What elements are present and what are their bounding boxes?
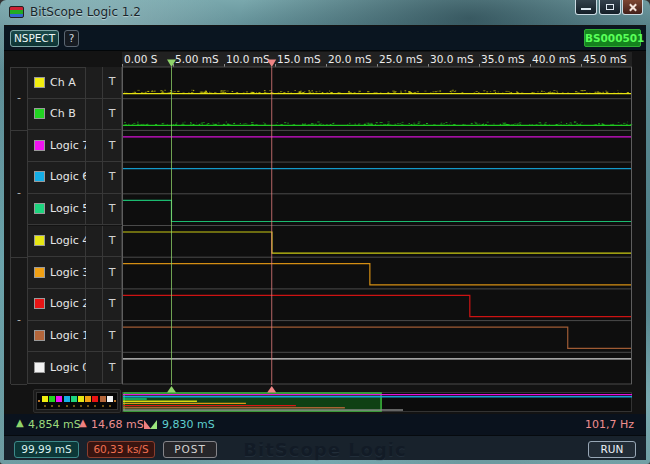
channel-spacer-cell [86, 352, 103, 384]
channel-trigger-cell[interactable]: T [103, 321, 122, 353]
channel-label: Ch A [50, 76, 76, 89]
channel-color-swatch[interactable] [34, 171, 45, 182]
channel-row-logic-0[interactable]: Logic 0 [28, 352, 86, 384]
post-trigger-button[interactable]: POST [163, 441, 217, 458]
cursor-a-readout: 4,854 mS [28, 418, 81, 431]
trigger-label: T [103, 139, 121, 152]
channel-spacer-cell [86, 67, 103, 99]
channel-row-logic-4[interactable]: Logic 4 [28, 226, 86, 258]
channel-trigger-cell[interactable]: T [103, 130, 122, 162]
channel-label: Logic 1 [50, 329, 89, 342]
channel-trigger-cell[interactable]: T [103, 226, 122, 258]
trigger-label: T [103, 297, 121, 310]
trigger-label: T [103, 361, 121, 374]
channel-trigger-cell[interactable]: T [103, 289, 122, 321]
channel-label: Ch B [50, 107, 76, 120]
channel-trigger-cell[interactable]: T [103, 352, 122, 384]
cursor-delta-marker-icon [144, 420, 158, 429]
channel-color-swatch[interactable] [34, 235, 45, 246]
channel-color-swatch[interactable] [34, 203, 45, 214]
channel-label: Logic 4 [50, 234, 89, 247]
bitscope-logic-window: BitScope Logic 1.2 NSPECT ? BS000501 0.0… [0, 0, 650, 464]
channel-label: Logic 3 [50, 266, 89, 279]
channel-row-logic-5[interactable]: Logic 5 [28, 194, 86, 226]
channel-label: Logic 6 [50, 170, 89, 183]
trigger-label: T [103, 202, 121, 215]
channel-row-logic-2[interactable]: Logic 2 [28, 289, 86, 321]
sample-rate-button[interactable]: 60,33 ks/S [87, 441, 155, 458]
channel-label: Logic 0 [50, 361, 89, 374]
channel-row-logic-1[interactable]: Logic 1 [28, 321, 86, 353]
trigger-label: T [103, 266, 121, 279]
trigger-label: T [103, 170, 121, 183]
channel-row-logic-7[interactable]: Logic 7 [28, 130, 86, 162]
channel-spacer-cell [86, 257, 103, 289]
channel-trigger-cell[interactable]: T [103, 194, 122, 226]
channel-spacer-cell [86, 194, 103, 226]
channel-color-swatch[interactable] [34, 108, 45, 119]
frequency-readout: 101,7 Hz [585, 418, 634, 431]
status-toolbar: BitScope Logic 99,99 mS 60,33 ks/S POST … [4, 435, 646, 460]
cursor-delta-readout: 9,830 mS [162, 418, 215, 431]
channel-trigger-cell[interactable]: T [103, 162, 122, 194]
channel-trigger-cell[interactable]: T [103, 67, 122, 99]
channel-color-swatch[interactable] [34, 140, 45, 151]
trigger-label: T [103, 75, 121, 88]
channel-color-swatch[interactable] [34, 298, 45, 309]
channel-spacer-cell [86, 321, 103, 353]
channel-row-ch-a[interactable]: Ch A [28, 67, 86, 99]
channel-trigger-cell[interactable]: T [103, 257, 122, 289]
cursor-b-marker-icon: ▲ [79, 417, 87, 428]
trigger-label: T [103, 107, 121, 120]
cursor-a-marker-icon: ▲ [16, 417, 24, 428]
channel-row-logic-3[interactable]: Logic 3 [28, 257, 86, 289]
measurement-bar: ▲ 4,854 mS ▲ 14,68 mS 9,830 mS 101,7 Hz [4, 414, 646, 435]
channel-row-logic-6[interactable]: Logic 6 [28, 162, 86, 194]
trigger-label: T [103, 234, 121, 247]
channel-spacer-cell [86, 162, 103, 194]
channel-spacer-cell [86, 99, 103, 131]
channel-label: Logic 2 [50, 297, 89, 310]
channel-row-ch-b[interactable]: Ch B [28, 99, 86, 131]
channel-spacer-cell [86, 130, 103, 162]
channel-color-swatch[interactable] [34, 267, 45, 278]
channel-color-swatch[interactable] [34, 362, 45, 373]
channel-trigger-cell[interactable]: T [103, 99, 122, 131]
run-button[interactable]: RUN [588, 441, 636, 458]
channel-color-swatch[interactable] [34, 77, 45, 88]
channel-label: Logic 7 [50, 139, 89, 152]
capture-time-button[interactable]: 99,99 mS [14, 441, 79, 458]
channel-spacer-cell [86, 226, 103, 258]
channel-label: Logic 5 [50, 202, 89, 215]
channel-spacer-cell [86, 289, 103, 321]
channel-color-swatch[interactable] [34, 330, 45, 341]
cursor-b-readout: 14,68 mS [91, 418, 144, 431]
trigger-label: T [103, 329, 121, 342]
